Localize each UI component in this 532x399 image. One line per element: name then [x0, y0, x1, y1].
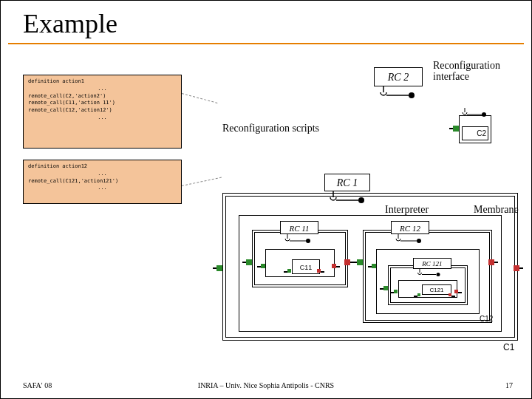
title-rule — [8, 43, 524, 44]
rc121-socket-icon — [417, 269, 443, 278]
c11-inner-left-port-icon — [261, 258, 265, 271]
c1-right-port-icon — [514, 261, 519, 274]
c121-core-box: C121 — [422, 284, 451, 295]
c2-top-socket-icon — [461, 108, 488, 118]
reconfiguration-interface-label: Reconfiguration interface — [433, 60, 514, 83]
script-box-2: definition action12 ... remote_call(C121… — [23, 160, 182, 204]
rc1-socket-icon — [329, 191, 366, 203]
dashed-line-2 — [182, 177, 222, 186]
slide-title: Example — [1, 1, 531, 43]
rc11-box: RC 11 — [280, 221, 318, 234]
c121-left-port-icon — [383, 280, 388, 293]
c11-core-right-port-icon — [317, 262, 321, 276]
c2-inner-box: C2 — [462, 126, 488, 140]
rc2-socket-icon — [379, 86, 416, 98]
rc11-socket-icon — [284, 234, 313, 245]
rc12-socket-icon — [395, 234, 424, 245]
script-box-1: definition action1 ... remote_call(C2,'a… — [23, 75, 182, 149]
c1-label: C1 — [503, 342, 514, 352]
c11-inner-right-port-icon — [332, 258, 336, 271]
c12-right-port-icon — [488, 255, 494, 268]
script1-line3: remote_call(C2,'action2') — [28, 93, 177, 100]
script2-line3: remote_call(C121,'action121') — [28, 178, 177, 185]
script1-line1: definition action1 — [28, 78, 177, 86]
svg-point-8 — [358, 197, 364, 203]
rc12-box: RC 12 — [391, 221, 429, 234]
c121-core-right-port-icon — [449, 286, 451, 299]
script2-line2: ... — [28, 171, 177, 178]
svg-point-11 — [306, 239, 310, 243]
c121-inner-right-port-icon — [454, 283, 458, 296]
script1-line5: remote_call(C12,'action12') — [28, 107, 177, 115]
c12-inner-left-port-icon — [372, 258, 376, 271]
rc1-box: RC 1 — [324, 174, 370, 191]
c11-right-port-icon — [344, 255, 350, 268]
dashed-line-1 — [182, 93, 218, 103]
c11-left-port-icon — [246, 255, 252, 268]
svg-point-14 — [417, 239, 421, 243]
c12-label: C12 — [480, 315, 493, 323]
svg-point-5 — [482, 112, 486, 117]
c2-left-port-icon — [453, 121, 459, 134]
rc121-box: RC 121 — [413, 258, 451, 269]
c121-core-left-port-icon — [417, 286, 420, 299]
footer-right: 17 — [505, 381, 513, 389]
c1-left-port-icon — [216, 261, 222, 274]
rc2-box: RC 2 — [374, 67, 423, 86]
reconfiguration-scripts-label: Reconfiguration scripts — [222, 123, 319, 134]
slide: Example Reconfiguration interface Reconf… — [0, 0, 532, 399]
footer-center: INRIA – Univ. Nice Sophia Antipolis - CN… — [1, 381, 531, 389]
script2-line4: ... — [28, 185, 177, 192]
script1-line4: remote_call(C11,'action 11') — [28, 100, 177, 107]
script1-line2: ... — [28, 86, 177, 93]
svg-point-17 — [437, 273, 440, 276]
script1-line6: ... — [28, 115, 177, 122]
c11-core-box: C11 — [292, 259, 320, 274]
c12-left-port-icon — [357, 255, 363, 268]
c11-core-left-port-icon — [287, 262, 291, 276]
c121-inner-left-port-icon — [394, 283, 398, 296]
script2-line1: definition action12 — [28, 163, 177, 171]
svg-point-2 — [409, 92, 415, 98]
